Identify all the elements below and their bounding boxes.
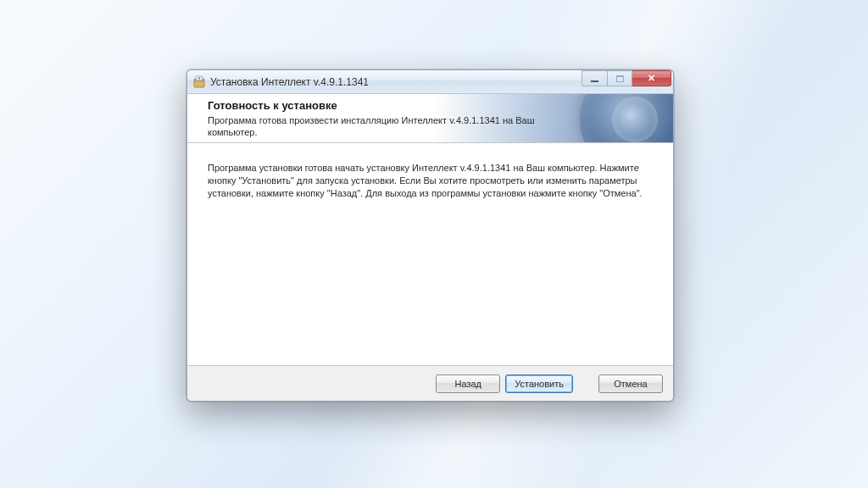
page-subtitle: Программа готова произвести инсталляцию … [208,114,547,139]
close-button[interactable]: ✕ [632,70,671,86]
minimize-button[interactable] [581,70,607,86]
window-controls: ✕ [581,70,671,86]
svg-point-3 [198,77,200,79]
body-text: Программа установки готова начать устано… [208,162,653,200]
install-button[interactable]: Установить [505,374,573,393]
content-area: Программа установки готова начать устано… [187,143,673,219]
header-banner: Готовность к установке Программа готова … [187,94,673,143]
cancel-button[interactable]: Отмена [598,374,663,393]
footer: Назад Установить Отмена [187,365,673,401]
installer-window: Установка Интеллект v.4.9.1.1341 ✕ Готов… [186,69,674,402]
page-title: Готовность к установке [208,99,337,112]
back-button[interactable]: Назад [436,374,500,393]
installer-icon [192,75,206,89]
nav-buttons: Назад Установить [436,374,573,393]
maximize-button [607,70,632,86]
banner-graphic [580,94,673,143]
titlebar[interactable]: Установка Интеллект v.4.9.1.1341 ✕ [187,70,673,94]
